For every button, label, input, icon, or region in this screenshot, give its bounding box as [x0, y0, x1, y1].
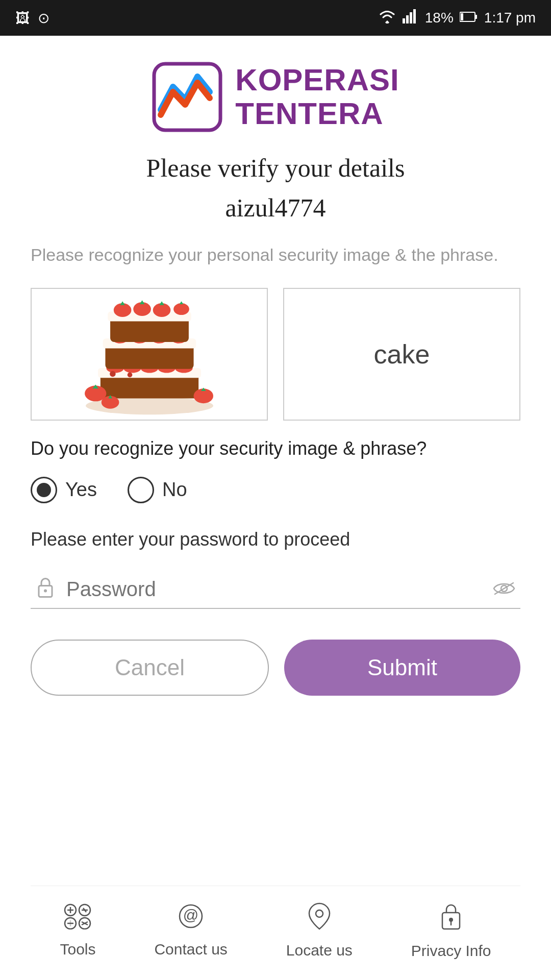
photo-icon: 🖼	[15, 10, 30, 27]
svg-marker-25	[120, 301, 125, 305]
footer-item-locate[interactable]: Locate us	[286, 902, 353, 959]
radio-no[interactable]: No	[128, 477, 187, 503]
svg-point-28	[153, 303, 170, 317]
svg-point-32	[110, 371, 116, 377]
logo-text: KOPERASITENTERA	[235, 63, 399, 131]
svg-rect-5	[475, 15, 477, 19]
svg-rect-6	[461, 13, 463, 20]
eye-icon[interactable]	[493, 578, 515, 601]
status-right-icons: 18% 1:17 pm	[378, 9, 536, 27]
svg-point-26	[133, 302, 151, 316]
footer-item-tools[interactable]: Tools	[60, 903, 95, 958]
svg-marker-29	[159, 301, 164, 305]
security-phrase-box: cake	[283, 288, 520, 421]
svg-text:@: @	[183, 906, 198, 923]
radio-no-circle[interactable]	[128, 477, 154, 503]
radio-no-label: No	[162, 479, 187, 501]
battery-percent: 18%	[425, 10, 454, 26]
footer-item-contact[interactable]: @ Contact us	[154, 903, 227, 958]
svg-point-58	[316, 910, 323, 917]
contact-icon: @	[178, 903, 204, 936]
logo-icon	[152, 61, 223, 133]
radio-yes[interactable]: Yes	[31, 477, 97, 503]
svg-point-33	[127, 372, 132, 377]
cancel-button[interactable]: Cancel	[31, 640, 269, 696]
tools-icon	[63, 903, 92, 936]
submit-button[interactable]: Submit	[284, 640, 520, 696]
logo-container: KOPERASITENTERA	[152, 61, 399, 133]
footer-locate-label: Locate us	[286, 942, 353, 959]
security-phrase-text: cake	[374, 339, 430, 370]
svg-point-41	[44, 590, 47, 593]
svg-rect-0	[403, 18, 405, 23]
svg-rect-1	[406, 15, 409, 23]
password-input[interactable]	[31, 571, 520, 609]
radio-group: Yes No	[31, 477, 520, 503]
main-content: KOPERASITENTERA Please verify your detai…	[0, 36, 551, 980]
locate-icon	[308, 902, 331, 937]
signal-icon	[403, 9, 419, 27]
radio-yes-circle[interactable]	[31, 477, 57, 503]
footer-tools-label: Tools	[60, 941, 95, 958]
button-row: Cancel Submit	[31, 640, 520, 696]
svg-marker-31	[179, 301, 183, 304]
status-bar: 🖼 ⊙ 18% 1:17 pm	[0, 0, 551, 36]
footer-nav: Tools @ Contact us Locate us	[31, 886, 520, 980]
page-title: Please verify your details	[146, 153, 405, 183]
username-display: aizul4774	[225, 193, 325, 223]
password-field-container	[31, 571, 520, 609]
lock-icon	[36, 577, 55, 603]
radio-yes-label: Yes	[65, 479, 97, 501]
wifi-icon	[378, 9, 396, 27]
privacy-icon	[439, 901, 463, 937]
security-description: Please recognize your personal security …	[31, 243, 520, 267]
status-left-icons: 🖼 ⊙	[15, 10, 49, 27]
battery-icon	[460, 10, 478, 26]
password-label: Please enter your password to proceed	[31, 529, 520, 550]
svg-rect-3	[413, 9, 416, 23]
security-image-box	[31, 288, 268, 421]
footer-contact-label: Contact us	[154, 941, 227, 958]
svg-point-30	[173, 303, 189, 315]
svg-point-24	[113, 303, 131, 317]
cake-image	[76, 290, 223, 418]
svg-rect-2	[410, 12, 412, 23]
svg-marker-27	[139, 300, 144, 304]
time-display: 1:17 pm	[484, 10, 536, 26]
security-row: cake	[31, 288, 520, 421]
sync-icon: ⊙	[38, 10, 49, 27]
footer-privacy-label: Privacy Info	[411, 942, 491, 960]
recognition-question: Do you recognize your security image & p…	[31, 436, 520, 461]
footer-item-privacy[interactable]: Privacy Info	[411, 901, 491, 960]
